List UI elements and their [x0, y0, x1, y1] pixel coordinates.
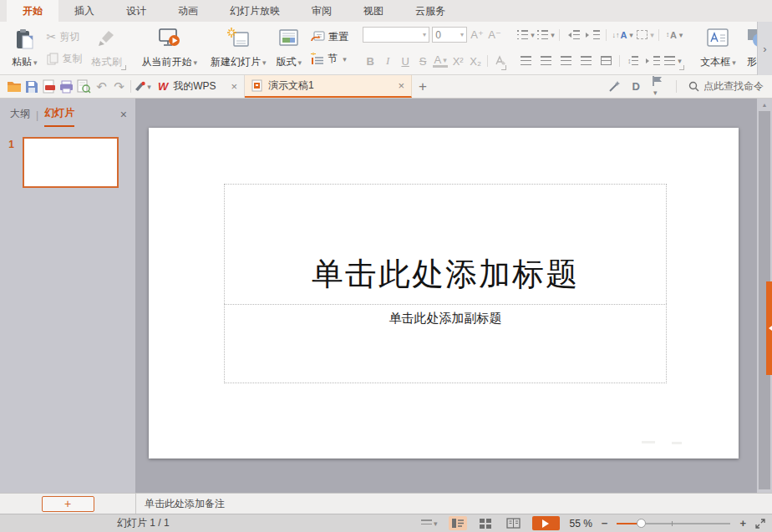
wps-logo-icon: W [158, 80, 168, 93]
italic-button[interactable]: I [380, 53, 395, 68]
font-color-button[interactable]: A [433, 54, 448, 68]
zoom-slider-handle[interactable] [637, 519, 646, 528]
line-spacing-button[interactable]: ↕ [624, 53, 642, 68]
slide-sorter-button[interactable] [476, 516, 495, 531]
slide-number: 1 [0, 137, 23, 188]
signature-tools-button[interactable] [134, 75, 151, 98]
reading-view-button[interactable] [504, 516, 523, 530]
from-current-slide-button[interactable]: 从当前开始 [137, 24, 203, 72]
redo-button[interactable]: ↷ [110, 75, 128, 98]
menu-tab-design[interactable]: 设计 [110, 0, 162, 22]
slide-page[interactable]: 单击此处添加标题 单击此处添加副标题 [149, 128, 739, 459]
side-panel-handle[interactable] [766, 281, 772, 375]
undo-button[interactable]: ↶ [93, 75, 110, 98]
menu-tab-home[interactable]: 开始 [7, 0, 58, 22]
font-name-select[interactable]: ▾ [363, 27, 429, 43]
menu-tab-view[interactable]: 视图 [348, 0, 399, 22]
add-slide-button[interactable]: + [42, 496, 94, 512]
normal-view-button[interactable] [449, 516, 467, 530]
decrease-indent-icon [566, 33, 571, 38]
font-size-select[interactable]: 0▾ [432, 27, 467, 43]
character-spacing-button[interactable]: ↕A [663, 27, 685, 43]
menu-tab-slideshow[interactable]: 幻灯片放映 [214, 0, 296, 22]
play-from-current-icon [158, 28, 180, 49]
menu-tab-review[interactable]: 审阅 [296, 0, 348, 22]
print-preview-button[interactable] [75, 75, 93, 98]
strikethrough-button[interactable]: S [415, 53, 430, 68]
grow-font-button[interactable]: A⁺ [470, 28, 485, 43]
slide-canvas: 单击此处添加标题 单击此处添加副标题 [136, 99, 757, 493]
subtitle-placeholder[interactable]: 单击此处添加副标题 [224, 304, 667, 383]
fit-to-window-button[interactable] [755, 519, 765, 529]
paragraph-spacing-icon [646, 58, 652, 63]
layout-icon [278, 28, 300, 49]
increase-indent-button[interactable] [584, 27, 602, 43]
text-direction-icon: ↓↑ [612, 31, 619, 39]
superscript-button[interactable]: X² [450, 53, 465, 68]
clipboard-dialog-launcher[interactable] [121, 65, 126, 70]
tab-my-wps[interactable]: W 我的WPS × [151, 75, 245, 98]
justify-button[interactable] [577, 53, 595, 68]
export-pdf-button[interactable] [40, 75, 58, 98]
menu-tab-insert[interactable]: 插入 [58, 0, 110, 22]
numbering-button[interactable] [537, 27, 555, 43]
open-file-button[interactable] [5, 75, 23, 98]
format-painter-icon [97, 28, 117, 48]
cut-button[interactable]: ✂ 剪切 [43, 28, 87, 46]
ribbon-scroll-right-button[interactable]: › [757, 22, 772, 75]
title-placeholder[interactable]: 单击此处添加标题 [224, 184, 667, 304]
tab-outline[interactable]: 大纲 [10, 107, 30, 121]
align-right-button[interactable] [557, 53, 575, 68]
close-panel-icon[interactable]: × [120, 108, 127, 121]
paragraph-dialog-launcher[interactable] [679, 65, 684, 70]
decrease-indent-button[interactable] [564, 27, 582, 43]
menu-tab-animation[interactable]: 动画 [162, 0, 214, 22]
docer-icon[interactable]: D [632, 80, 640, 93]
distribute-button[interactable] [597, 53, 615, 68]
text-direction-button[interactable]: ↓↑A [611, 27, 634, 43]
play-slideshow-button[interactable] [532, 516, 560, 530]
slide-thumbnail[interactable] [23, 137, 119, 188]
underline-button[interactable]: U [398, 53, 413, 68]
content-placeholder-button[interactable] [637, 27, 654, 43]
zoom-slider[interactable] [617, 523, 730, 524]
paragraph-spacing-button[interactable] [644, 53, 662, 68]
print-button[interactable] [58, 75, 75, 98]
bullets-icon [517, 30, 519, 39]
new-slide-button[interactable]: 新建幻灯片 [206, 24, 272, 72]
notes-placeholder[interactable]: 单击此处添加备注 [136, 497, 225, 511]
new-slide-icon [227, 28, 250, 49]
shrink-font-button[interactable]: A⁻ [487, 28, 502, 43]
align-center-button[interactable] [537, 53, 555, 68]
notes-toggle-button[interactable] [419, 518, 440, 529]
paste-button[interactable]: 粘贴 [7, 24, 43, 72]
close-tab-icon[interactable]: × [231, 80, 237, 93]
scroll-up-icon[interactable]: ▲ [757, 99, 772, 110]
close-tab-icon[interactable]: × [398, 79, 404, 92]
section-button[interactable]: 节 [307, 50, 353, 68]
font-dialog-launcher[interactable] [501, 65, 506, 70]
share-flag-icon[interactable] [652, 75, 664, 98]
numbering-icon [537, 30, 539, 39]
reset-slide-button[interactable]: 重置 [307, 28, 353, 46]
align-left-button[interactable] [517, 53, 535, 68]
new-tab-button[interactable]: + [412, 75, 434, 98]
pdf-icon [43, 79, 56, 94]
bold-button[interactable]: B [363, 53, 378, 68]
zoom-out-button[interactable]: − [602, 517, 608, 529]
clipboard-group: 粘贴 ✂ 剪切 复制 格式刷 [5, 23, 129, 73]
slide-layout-button[interactable]: 版式 [272, 24, 307, 72]
copy-button[interactable]: 复制 [43, 50, 87, 68]
subscript-button[interactable]: X₂ [468, 53, 483, 68]
command-search-input[interactable]: 点此查找命令 [688, 79, 764, 94]
main-area: 大纲 | 幻灯片 × 1 单击此处添加标题 单击此处添加副标题 ▲ [0, 99, 772, 493]
magic-wand-icon[interactable] [608, 80, 621, 93]
tab-slides[interactable]: 幻灯片 [44, 106, 74, 127]
menu-tab-cloud[interactable]: 云服务 [399, 0, 461, 22]
tab-presentation1[interactable]: 演示文稿1 × [245, 75, 412, 98]
zoom-in-button[interactable]: + [739, 517, 746, 529]
textbox-button[interactable]: 文本框 [695, 24, 741, 72]
paragraph-group: ↓↑A ↕A ↕ [516, 23, 687, 73]
bullets-button[interactable] [517, 27, 535, 43]
save-button[interactable] [23, 75, 40, 98]
